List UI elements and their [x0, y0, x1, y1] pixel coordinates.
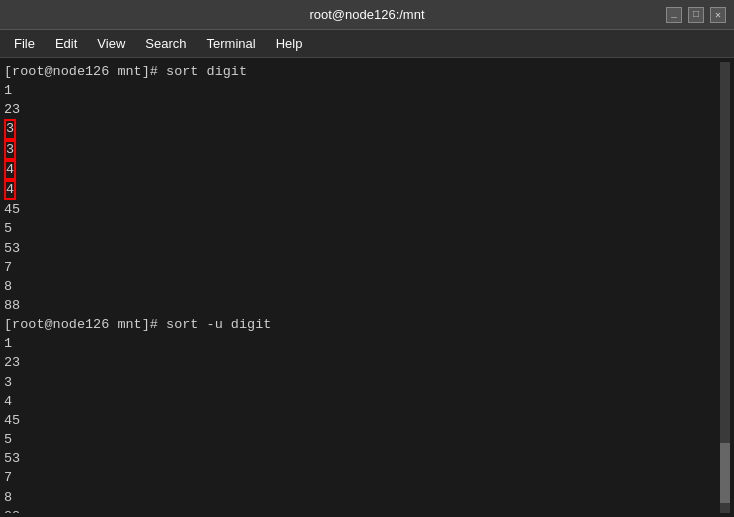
window-title: root@node126:/mnt	[68, 7, 666, 22]
terminal-line: 5	[4, 219, 720, 238]
terminal-line: 8	[4, 488, 720, 507]
highlighted-text: 3	[4, 140, 16, 160]
terminal-line: 3	[4, 119, 720, 139]
terminal-line: [root@node126 mnt]# sort -u digit	[4, 315, 720, 334]
terminal-line: 4	[4, 392, 720, 411]
terminal-line: 23	[4, 100, 720, 119]
maximize-button[interactable]: □	[688, 7, 704, 23]
close-button[interactable]: ✕	[710, 7, 726, 23]
highlighted-text: 4	[4, 160, 16, 180]
window-controls[interactable]: _ □ ✕	[666, 7, 726, 23]
terminal-line: 45	[4, 411, 720, 430]
menu-item-search[interactable]: Search	[135, 32, 196, 55]
terminal-line: 3	[4, 373, 720, 392]
terminal-line: 7	[4, 258, 720, 277]
terminal-content[interactable]: [root@node126 mnt]# sort digit1233344455…	[4, 62, 720, 513]
terminal-line: 1	[4, 81, 720, 100]
terminal-line: 88	[4, 507, 720, 513]
terminal-line: 53	[4, 449, 720, 468]
terminal-line: 88	[4, 296, 720, 315]
terminal-line: 1	[4, 334, 720, 353]
menu-item-terminal[interactable]: Terminal	[197, 32, 266, 55]
terminal-line: 4	[4, 160, 720, 180]
terminal-line: 5	[4, 430, 720, 449]
menu-item-edit[interactable]: Edit	[45, 32, 87, 55]
minimize-button[interactable]: _	[666, 7, 682, 23]
terminal-line: 7	[4, 468, 720, 487]
menu-item-help[interactable]: Help	[266, 32, 313, 55]
menu-item-file[interactable]: File	[4, 32, 45, 55]
scrollbar-thumb[interactable]	[720, 443, 730, 503]
menu-bar: FileEditViewSearchTerminalHelp	[0, 30, 734, 58]
terminal-line: 45	[4, 200, 720, 219]
menu-item-view[interactable]: View	[87, 32, 135, 55]
terminal-line: 23	[4, 353, 720, 372]
terminal-line: 3	[4, 140, 720, 160]
terminal-line: [root@node126 mnt]# sort digit	[4, 62, 720, 81]
terminal-body: [root@node126 mnt]# sort digit1233344455…	[0, 58, 734, 517]
title-bar: root@node126:/mnt _ □ ✕	[0, 0, 734, 30]
highlighted-text: 4	[4, 180, 16, 200]
highlighted-text: 3	[4, 119, 16, 139]
terminal-line: 53	[4, 239, 720, 258]
terminal-line: 4	[4, 180, 720, 200]
terminal-line: 8	[4, 277, 720, 296]
scrollbar[interactable]	[720, 62, 730, 513]
